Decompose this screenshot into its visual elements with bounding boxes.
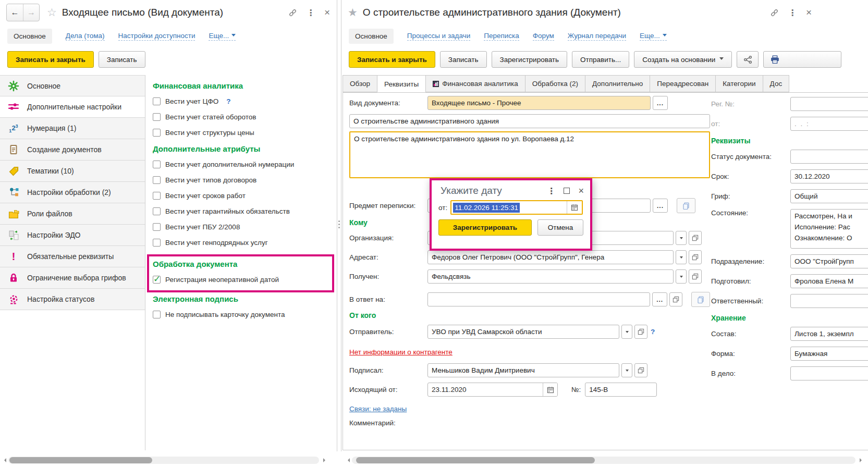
sidebar-item-10[interactable]: Настройка статусов [0,289,145,310]
sidebar-item-1[interactable]: Дополнительные настройки [0,96,145,118]
nav-tab-2[interactable]: Настройки доступности [118,32,195,41]
dropdown-button[interactable] [676,250,687,264]
doc-tab-7[interactable]: Дос [763,75,790,92]
link-icon[interactable] [288,8,297,17]
window-splitter[interactable] [337,0,341,451]
help-icon[interactable]: ? [651,328,655,336]
doc-tab-6[interactable]: Категории [716,75,763,92]
outgoing-date-field[interactable]: 23.11.2020 [427,383,558,397]
checkbox[interactable] [153,207,161,215]
sidebar-item-6[interactable]: Роли файлов [0,203,145,225]
maximize-icon[interactable] [564,188,570,194]
sidebar-item-8[interactable]: !Обязательные реквизиты [0,246,145,267]
checkbox[interactable] [153,239,161,247]
calendar-button[interactable] [567,201,582,214]
panel-field-5[interactable]: Общий [790,189,868,203]
favorite-star-icon[interactable]: ☆ [47,6,57,19]
open-button[interactable] [634,325,647,339]
field-6[interactable]: Федоров Олег Петрович (ООО "СтройГрупп",… [427,250,674,264]
ellipsis-button[interactable]: ... [653,199,668,213]
nav-tab-1[interactable]: Процессы и задачи [407,32,470,41]
checkbox[interactable] [153,176,161,184]
scroll-right-icon[interactable] [860,458,864,462]
sidebar-item-0[interactable]: Основное [0,75,145,96]
scroll-left-icon[interactable] [2,458,6,462]
open-button[interactable] [689,231,702,245]
save-close-button[interactable]: Записать и закрыть [7,51,94,68]
share-button[interactable] [737,51,759,68]
dropdown-button[interactable] [621,363,632,377]
kebab-menu-icon[interactable]: ⋮ [307,8,315,18]
scroll-left-icon[interactable] [346,458,350,462]
kebab-menu-icon[interactable]: ⋮ [788,8,797,18]
field-7[interactable]: Фельдсвязь [427,269,674,284]
open-button[interactable] [669,292,682,306]
favorite-star-filled-icon[interactable]: ★ [348,6,358,19]
checkbox-checked[interactable] [153,276,161,284]
field-12[interactable]: Меньшиков Вадим Дмитриевич [427,363,619,377]
save-close-button[interactable]: Записать и закрыть [349,51,435,68]
link-icon[interactable] [770,8,779,17]
sidebar-item-9[interactable]: Ограничение выбора грифов [0,267,145,289]
checkbox[interactable] [153,113,161,121]
relations-link[interactable]: Связи: не заданы [349,405,407,413]
create-based-on-button[interactable]: Создать на основании [634,51,732,68]
open-button[interactable] [689,250,702,264]
panel-field-1[interactable]: . . : [790,117,868,131]
checkbox[interactable] [153,311,161,318]
kebab-menu-icon[interactable]: ⋮ [547,186,555,196]
nav-tab-5[interactable]: Еще... [640,32,667,41]
nav-tab-1[interactable]: Дела (тома) [66,32,105,41]
panel-field-9[interactable] [790,294,868,308]
scroll-right-icon[interactable] [323,458,327,462]
panel-field-7[interactable]: ООО "СтройГрупп [790,254,868,268]
splitter-grip[interactable] [338,219,340,230]
close-icon[interactable]: × [324,7,330,18]
open-button[interactable] [689,269,702,284]
send-button[interactable]: Отправить... [572,51,629,68]
close-icon[interactable]: × [578,186,584,196]
doc-tab-0[interactable]: Обзор [343,75,377,92]
print-button[interactable] [763,51,841,68]
nav-tab-0[interactable]: Основное [7,29,52,44]
panel-field-13[interactable] [790,366,868,380]
outgoing-number-field[interactable]: 145-В [585,383,657,397]
nav-tab-3[interactable]: Форум [533,32,554,41]
sidebar-item-5[interactable]: Настройки обработки (2) [0,182,145,203]
doc-tab-2[interactable]: Финансовая аналитика [426,75,525,92]
back-arrow-icon[interactable]: ← [7,4,23,21]
scrollbar-thumb[interactable] [356,457,595,463]
register-button[interactable]: Зарегистрировать [438,219,532,236]
panel-field-0[interactable] [790,97,868,111]
forward-arrow-icon[interactable]: → [23,4,39,21]
scrollbar-thumb[interactable] [9,457,152,463]
panel-field-8[interactable]: Фролова Елена М [790,274,868,288]
doc-tab-1[interactable]: Реквизиты [377,75,426,93]
doc-tab-4[interactable]: Дополнительно [585,75,650,92]
register-button[interactable]: Зарегистрировать [492,51,568,68]
ellipsis-button[interactable]: ... [653,96,668,110]
checkbox[interactable] [153,161,161,168]
left-horizontal-scrollbar[interactable] [8,457,319,464]
copy-button[interactable] [691,292,710,307]
doc-tab-5[interactable]: Переадресован [650,75,716,92]
field-8[interactable] [427,292,650,306]
no-counterparty-info-link[interactable]: Нет информации о контрагенте [349,348,453,356]
title-input[interactable]: О строительстве административного здания [349,114,710,128]
sidebar-item-4[interactable]: Тематики (10) [0,161,145,182]
panel-field-11[interactable]: Листов 1, экземпл [790,327,868,341]
save-button[interactable]: Записать [99,51,145,68]
calendar-button[interactable] [543,383,557,396]
field-10[interactable]: УВО при УВД Самарской области [427,325,619,339]
open-button[interactable] [634,363,647,377]
close-icon[interactable]: × [806,7,812,18]
doc-tab-3[interactable]: Обработка (2) [525,75,585,92]
sidebar-item-3[interactable]: Создание документов [0,139,145,161]
state-field[interactable]: Рассмотрен, На иИсполнение: РасОзнакомле… [790,209,868,249]
sidebar-item-2[interactable]: 123Нумерация (1) [0,118,145,139]
checkbox[interactable] [153,223,161,231]
checkbox[interactable] [153,129,161,137]
save-button[interactable]: Записать [440,51,487,68]
summary-textarea[interactable]: О строительстве административного здания… [349,131,710,178]
checkbox[interactable] [153,192,161,200]
